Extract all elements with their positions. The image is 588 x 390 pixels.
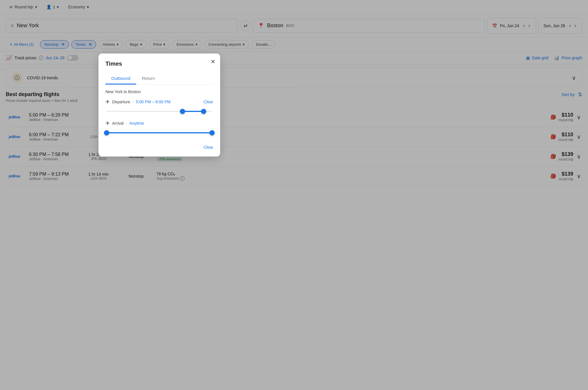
departure-filter: ✈ Departure · 5:00 PM – 8:00 PM Clear [105,99,213,114]
departure-label: Departure [112,100,130,104]
departure-plane-icon: ✈ [105,99,110,105]
modal-clear-button[interactable]: Clear [204,145,213,150]
times-modal: Times ✕ Outbound Return New York to Bost… [98,54,220,157]
tab-return[interactable]: Return [136,73,161,84]
modal-tabs: Outbound Return [105,73,213,85]
arrival-label: Arrival [112,121,124,126]
modal-title: Times [105,60,213,67]
arrival-slider[interactable] [107,130,212,136]
departure-slider[interactable] [107,108,212,114]
tab-outbound[interactable]: Outbound [105,73,136,84]
modal-footer: Clear [105,141,213,150]
route-label: New York to Boston [105,89,213,94]
departure-range: 5:00 PM – 8:00 PM [136,100,171,104]
arrival-range: Anytime [129,121,144,126]
arrival-plane-icon: ✈ [105,120,110,126]
clear-departure-button[interactable]: Clear [204,100,213,104]
arrival-filter: ✈ Arrival · Anytime [105,120,213,136]
modal-close-button[interactable]: ✕ [211,58,216,65]
modal-overlay[interactable]: Times ✕ Outbound Return New York to Bost… [0,0,588,186]
